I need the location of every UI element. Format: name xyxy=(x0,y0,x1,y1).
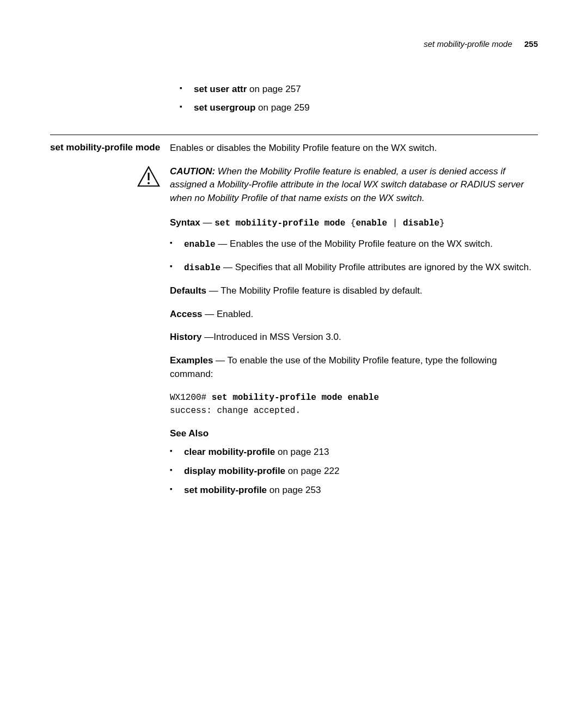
page-content: set mobility-profile mode 255 set user a… xyxy=(0,0,588,502)
examples-label: Examples xyxy=(170,355,213,366)
ref-name: clear mobility-profile xyxy=(184,447,275,457)
examples-body: — To enable the use of the Mobility Prof… xyxy=(170,355,497,379)
syntax-line: Syntax — set mobility-profile mode {enab… xyxy=(170,216,538,230)
section-heading: set mobility-profile mode xyxy=(50,142,170,154)
list-item: set user attr on page 257 xyxy=(180,83,538,96)
ref-name: set user attr xyxy=(194,84,247,94)
access-label: Access xyxy=(170,309,203,319)
ref-page: on page 222 xyxy=(285,466,339,476)
caution-text: CAUTION: When the Mobility Profile featu… xyxy=(170,165,538,205)
intro-text: Enables or disables the Mobility Profile… xyxy=(170,142,538,155)
history-label: History xyxy=(170,332,202,342)
top-cross-references: set user attr on page 257 set usergroup … xyxy=(180,83,538,115)
see-also-list: clear mobility-profile on page 213 displ… xyxy=(170,446,538,497)
syntax-label: Syntax xyxy=(170,217,200,228)
option-code: disable xyxy=(184,263,220,273)
ref-page: on page 257 xyxy=(247,84,301,94)
caution-label: CAUTION: xyxy=(170,166,215,176)
header-title: set mobility-profile mode xyxy=(424,39,512,48)
syntax-brace: { xyxy=(345,218,356,228)
option-list: enable — Enables the use of the Mobility… xyxy=(170,238,538,275)
option-desc: — Enables the use of the Mobility Profil… xyxy=(216,239,493,249)
ref-page: on page 213 xyxy=(275,447,329,457)
syntax-pipe: | xyxy=(387,218,403,228)
syntax-opt2: disable xyxy=(403,218,439,228)
syntax-dash: — xyxy=(200,217,215,228)
svg-point-2 xyxy=(148,182,150,184)
syntax-cmd: set mobility-profile mode xyxy=(215,218,345,228)
example-cmd: set mobility-profile mode enable xyxy=(212,393,379,403)
example-output: success: change accepted. xyxy=(170,405,538,417)
defaults-label: Defaults xyxy=(170,285,206,296)
history-body: —Introduced in MSS Version 3.0. xyxy=(202,332,341,342)
syntax-opt1: enable xyxy=(356,218,387,228)
list-item: set usergroup on page 259 xyxy=(180,101,538,115)
caution-body: When the Mobility Profile feature is ena… xyxy=(170,166,524,203)
list-item: disable — Specifies that all Mobility Pr… xyxy=(170,261,538,275)
command-section: set mobility-profile mode Enables or dis… xyxy=(50,142,538,502)
examples-para: Examples — To enable the use of the Mobi… xyxy=(170,354,538,381)
example-command-line: WX1200# set mobility-profile mode enable xyxy=(170,391,538,404)
defaults-body: — The Mobility Profile feature is disabl… xyxy=(206,285,422,296)
section-divider xyxy=(50,135,538,135)
ref-page: on page 259 xyxy=(255,102,309,113)
caution-block: CAUTION: When the Mobility Profile featu… xyxy=(137,165,538,205)
ref-name: set mobility-profile xyxy=(184,485,267,495)
example-prompt: WX1200# xyxy=(170,393,212,403)
defaults-para: Defaults — The Mobility Profile feature … xyxy=(170,284,538,298)
ref-name: set usergroup xyxy=(194,102,255,113)
see-also-heading: See Also xyxy=(170,427,538,441)
section-body: Enables or disables the Mobility Profile… xyxy=(170,142,538,502)
list-item: clear mobility-profile on page 213 xyxy=(170,446,538,459)
access-body: — Enabled. xyxy=(203,309,254,319)
list-item: enable — Enables the use of the Mobility… xyxy=(170,238,538,251)
caution-icon xyxy=(137,165,160,188)
syntax-brace: } xyxy=(439,218,445,228)
history-para: History —Introduced in MSS Version 3.0. xyxy=(170,331,538,344)
option-desc: — Specifies that all Mobility Profile at… xyxy=(220,262,531,272)
page-header: set mobility-profile mode 255 xyxy=(50,38,538,50)
option-code: enable xyxy=(184,240,216,249)
ref-name: display mobility-profile xyxy=(184,466,285,476)
example-block: WX1200# set mobility-profile mode enable… xyxy=(170,391,538,417)
ref-page: on page 253 xyxy=(267,485,321,495)
list-item: set mobility-profile on page 253 xyxy=(170,484,538,497)
header-page-number: 255 xyxy=(524,39,538,48)
list-item: display mobility-profile on page 222 xyxy=(170,465,538,478)
access-para: Access — Enabled. xyxy=(170,308,538,321)
